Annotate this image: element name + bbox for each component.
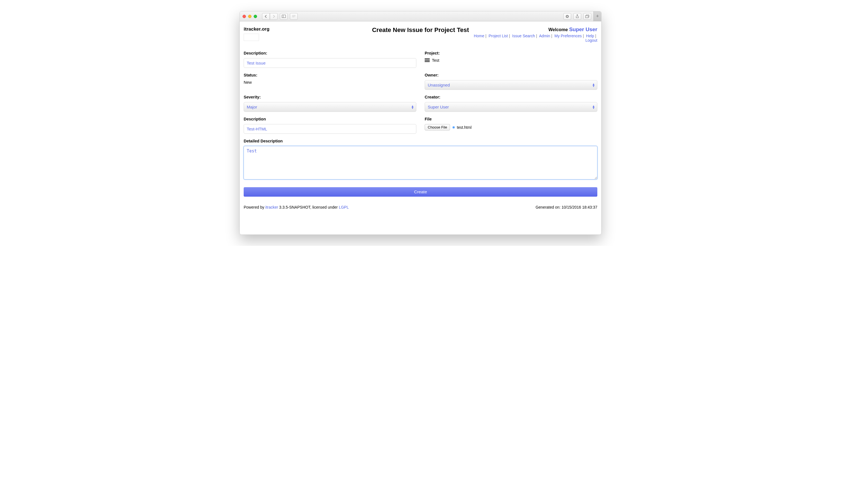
create-button[interactable]: Create — [244, 187, 597, 197]
submit-row: Create — [244, 185, 597, 197]
chevron-left-icon — [265, 15, 267, 18]
textarea-detailed[interactable]: Test — [244, 146, 597, 179]
welcome-label: Welcome — [548, 27, 569, 32]
show-tabs-button[interactable] — [583, 13, 591, 20]
field-severity: Severity: Major ▲▼ — [244, 95, 416, 112]
new-tab-button[interactable]: + — [594, 12, 601, 21]
chevron-right-icon — [273, 15, 275, 18]
nav-back-forward — [262, 13, 278, 20]
share-icon — [576, 15, 579, 18]
traffic-lights — [243, 15, 257, 18]
download-icon — [566, 15, 569, 18]
svg-rect-7 — [586, 16, 588, 18]
field-detailed: Detailed Description Test — [244, 139, 597, 181]
project-name: Test — [432, 58, 440, 62]
back-button[interactable] — [262, 13, 270, 20]
forward-button[interactable] — [270, 13, 278, 20]
label-project: Project: — [425, 51, 597, 55]
label-description: Description: — [244, 51, 416, 55]
license-link[interactable]: LGPL — [339, 205, 349, 210]
label-severity: Severity: — [244, 95, 416, 99]
powered-by-suffix: 3.3.5-SNAPSHOT, licensed under — [278, 205, 339, 210]
downloads-button[interactable] — [563, 13, 571, 20]
field-project: Project: Test — [425, 51, 597, 68]
footer-generated: Generated on: 10/15/2016 18:43:37 — [535, 205, 597, 210]
nav-admin[interactable]: Admin — [539, 34, 550, 38]
field-file: File Choose File test.html — [425, 117, 597, 134]
brand-text: itracker.org — [244, 26, 372, 32]
share-button[interactable] — [573, 13, 581, 20]
nav-help[interactable]: Help — [586, 34, 594, 38]
file-type-icon — [452, 126, 455, 129]
window-titlebar: + — [240, 12, 601, 21]
label-detailed: Detailed Description — [244, 139, 597, 143]
field-description: Description: — [244, 51, 416, 68]
powered-by-link[interactable]: itracker — [265, 205, 278, 210]
sidebar-icon — [282, 15, 286, 18]
nav-links: Home| Project List| Issue Search| Admin|… — [469, 34, 597, 42]
choose-file-button[interactable]: Choose File — [425, 124, 450, 130]
status-value: New — [244, 80, 416, 85]
zoom-window-icon[interactable] — [254, 15, 257, 18]
brand-logo-box — [244, 34, 259, 41]
project-value-row: Test — [425, 58, 597, 62]
field-status: Status: New — [244, 73, 416, 90]
browser-window: + itracker.org Create New Issue for Proj… — [240, 11, 601, 235]
brand-area: itracker.org — [244, 26, 372, 41]
close-window-icon[interactable] — [243, 15, 246, 18]
field-owner: Owner: Unassigned ▲▼ — [425, 73, 597, 90]
nav-issue-search[interactable]: Issue Search — [512, 34, 535, 38]
show-sidebar-button[interactable] — [280, 13, 288, 20]
tabs-icon — [585, 15, 589, 18]
nav-my-preferences[interactable]: My Preferences — [554, 34, 582, 38]
select-creator[interactable]: Super User — [425, 102, 597, 112]
input-description[interactable] — [244, 58, 416, 68]
header-right: Welcome Super User Home| Project List| I… — [469, 26, 597, 42]
select-owner[interactable]: Unassigned — [425, 80, 597, 90]
footer-left: Powered by itracker 3.3.5-SNAPSHOT, lice… — [244, 205, 349, 210]
svg-rect-0 — [282, 15, 286, 18]
label-owner: Owner: — [425, 73, 597, 77]
label-file: File — [425, 117, 597, 121]
paragraph-icon — [292, 15, 296, 18]
issue-form: Description: Project: Test Status: New O… — [244, 51, 597, 197]
field-creator: Creator: Super User ▲▼ — [425, 95, 597, 112]
label-creator: Creator: — [425, 95, 597, 99]
page-content: itracker.org Create New Issue for Projec… — [240, 21, 601, 234]
reader-button[interactable] — [290, 13, 298, 20]
nav-logout[interactable]: Logout — [585, 38, 597, 42]
nav-home[interactable]: Home — [474, 34, 484, 38]
file-row: Choose File test.html — [425, 124, 597, 130]
field-description2: Description — [244, 117, 416, 134]
powered-by-prefix: Powered by — [244, 205, 265, 210]
project-icon — [425, 58, 430, 62]
page-footer: Powered by itracker 3.3.5-SNAPSHOT, lice… — [244, 205, 597, 232]
nav-project-list[interactable]: Project List — [489, 34, 508, 38]
file-name: test.html — [457, 125, 471, 130]
welcome-user: Super User — [569, 26, 597, 32]
page-title: Create New Issue for Project Test — [372, 26, 469, 34]
label-description2: Description — [244, 117, 416, 121]
minimize-window-icon[interactable] — [248, 15, 252, 18]
file-chip: test.html — [452, 125, 471, 130]
page-header: itracker.org Create New Issue for Projec… — [244, 26, 597, 42]
input-description2[interactable] — [244, 124, 416, 134]
label-status: Status: — [244, 73, 416, 77]
select-severity[interactable]: Major — [244, 102, 416, 112]
